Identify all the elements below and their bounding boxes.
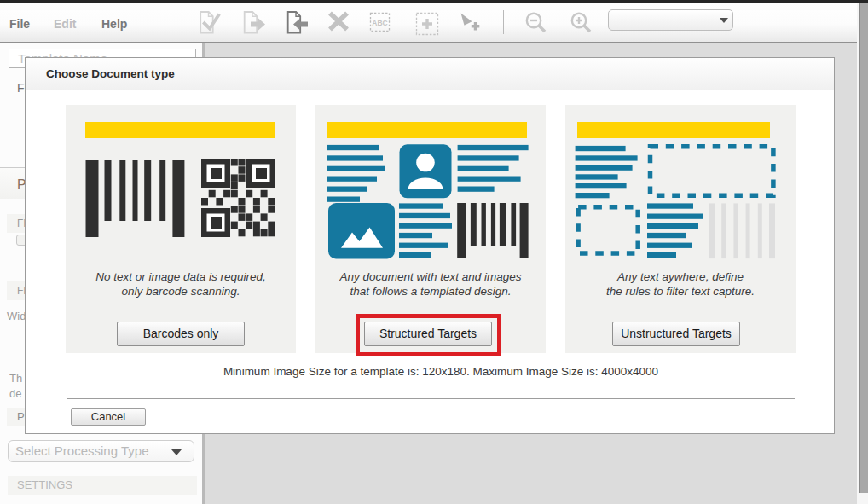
- svg-text:ABC: ABC: [372, 19, 387, 27]
